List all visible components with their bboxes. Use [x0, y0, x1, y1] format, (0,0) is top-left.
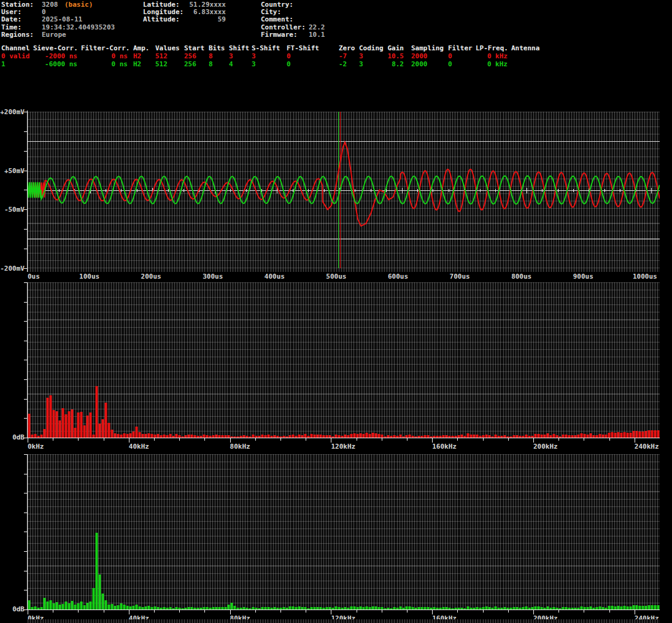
- spectrum-bar: [209, 436, 212, 438]
- spectrum-bar: [550, 435, 552, 438]
- spectrum-bar: [114, 433, 117, 438]
- spectrum-bar: [593, 435, 595, 438]
- spectrum-bar: [252, 607, 255, 609]
- spectrum-bar: [556, 608, 558, 609]
- spectrum-bar: [258, 436, 261, 438]
- spectrum-bar: [513, 435, 516, 438]
- zero-line-tick: [230, 189, 231, 192]
- spectrum-bar: [464, 436, 466, 438]
- spectrum-bar: [513, 607, 516, 609]
- spectrum-bar: [34, 434, 37, 438]
- header-label-col2-1: Longitude:: [143, 8, 183, 16]
- spectrum-bar: [535, 434, 537, 438]
- spectrum-bar: [436, 436, 439, 438]
- spectrum-bar: [298, 606, 301, 609]
- spectrum-bar: [151, 434, 153, 438]
- spectrum-bar: [102, 419, 104, 438]
- spectrum-bar: [446, 435, 448, 438]
- spectrum-bar: [605, 608, 608, 609]
- channel-1-cell-9: 0: [287, 60, 325, 68]
- spectrum-bar: [53, 603, 55, 609]
- spectrum-bar: [194, 435, 196, 438]
- spectrum-bar: [409, 435, 411, 438]
- spectrum-bar: [590, 433, 592, 438]
- channel-0-cell-12: 10.5: [387, 52, 404, 60]
- spectrum-bar: [56, 411, 58, 438]
- spectrum-bar: [476, 607, 479, 609]
- spectrum-bar: [231, 603, 233, 609]
- waveform-y-tick-label: +50mV: [0, 167, 25, 175]
- column-header-s-shift: S-Shift: [252, 44, 286, 52]
- spectrum-bar: [639, 431, 641, 438]
- spectrum-bar: [31, 607, 34, 609]
- spectrum-bar: [418, 607, 420, 609]
- spectrum-bar: [538, 434, 540, 438]
- column-header-ft-shift: FT-Shift: [287, 44, 325, 52]
- spectrum-bar: [338, 435, 341, 438]
- spectrum-bar: [470, 608, 473, 609]
- spectrum-bar: [194, 608, 196, 609]
- zero-line-tick: [371, 189, 371, 192]
- spectrum-bar: [473, 435, 476, 438]
- spectrum-bar: [350, 434, 353, 438]
- channel-0-cell-9: 0: [287, 52, 325, 60]
- spectrum-bar: [366, 433, 368, 438]
- spectrum-bar: [47, 398, 49, 438]
- spectrum-bar: [157, 434, 160, 438]
- channel-0-cell-13: 2000: [411, 52, 447, 60]
- spectrum-bar: [163, 607, 166, 609]
- channel-1-spectrum-y-ticks: [24, 454, 27, 610]
- spectrum-bar: [228, 605, 230, 609]
- zero-line-tick: [573, 189, 574, 192]
- spectrum-bar: [286, 436, 288, 438]
- spectrum-bar: [65, 414, 68, 438]
- spectrum-bar: [71, 409, 74, 438]
- spectrum-bar: [182, 608, 184, 609]
- spectrum-bar: [476, 435, 479, 438]
- spectrum-bar: [191, 435, 193, 438]
- zero-line-tick: [355, 189, 355, 192]
- spectrum-bar: [648, 605, 651, 609]
- spectrum-bar: [571, 435, 574, 438]
- spectrum-bar: [301, 435, 304, 438]
- spectrum-bar: [283, 436, 285, 438]
- spectrum-bar: [200, 608, 203, 609]
- channel-1-cell-0: 1: [1, 60, 32, 68]
- spectrum-bar: [258, 608, 261, 609]
- spectrum-bar: [169, 434, 172, 438]
- spectrum-bar: [166, 608, 169, 609]
- spectrum-bar: [599, 606, 601, 609]
- spectrum-bar: [265, 607, 267, 609]
- spectrum-bar: [568, 435, 571, 438]
- spectrum-bar: [323, 608, 325, 609]
- spectrum-bar: [243, 607, 245, 609]
- channel-1-cell-13: 2000: [411, 60, 447, 68]
- spectrum-bar: [234, 436, 236, 438]
- spectrum-bar: [261, 607, 264, 609]
- spectrum-bar: [99, 575, 101, 609]
- spectrum-bar: [136, 605, 138, 609]
- spectrum-bar: [624, 606, 626, 609]
- spectrum-bar: [261, 435, 264, 438]
- spectrum-bar: [163, 435, 166, 438]
- spectrum-bar: [452, 436, 454, 438]
- header-label-col1-2: Date:: [1, 15, 21, 23]
- spectrum-bar: [393, 435, 396, 438]
- spectrum-bar: [504, 607, 506, 609]
- waveform-y-ticks: [24, 112, 27, 269]
- waveform-y-tick-label: -200mV: [0, 265, 25, 273]
- spectrum-bar: [249, 436, 252, 438]
- spectrum-bar: [654, 605, 657, 609]
- header-label-col2-0: Latitude:: [143, 1, 180, 9]
- spectrum-bar: [274, 435, 276, 438]
- spectrum-bar: [507, 608, 509, 609]
- spectrum-bar: [234, 606, 236, 609]
- spectrum-bar: [44, 598, 46, 609]
- spectrum-bar: [225, 435, 227, 438]
- spectrum-bar: [406, 435, 408, 438]
- spectrum-bar: [608, 433, 611, 438]
- spectrum-bar: [498, 608, 500, 609]
- spectrum-bar: [50, 395, 52, 438]
- spectrum-bar: [120, 603, 123, 609]
- column-header-values: Values: [155, 44, 183, 52]
